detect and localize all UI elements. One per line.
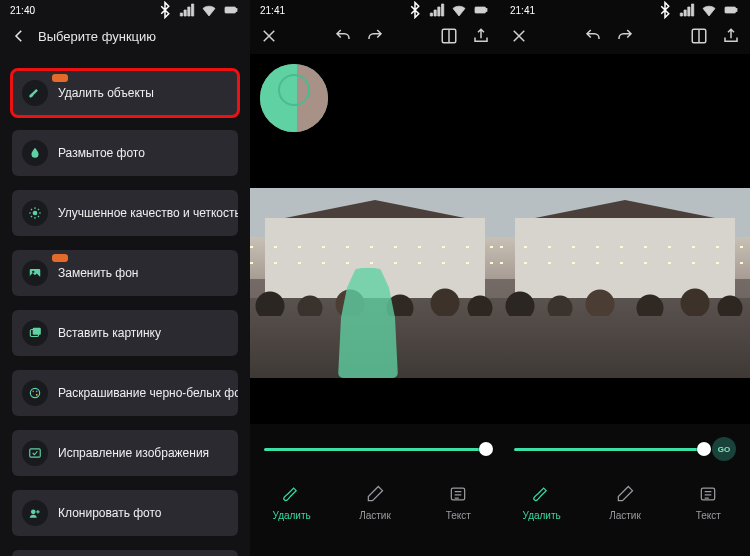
status-time: 21:41 xyxy=(510,5,535,16)
function-item-background[interactable]: Заменить фон xyxy=(12,250,238,296)
svg-point-7 xyxy=(30,388,39,397)
brush-size-slider[interactable] xyxy=(514,448,704,451)
status-bar: 21:40 xyxy=(0,0,250,18)
bluetooth-icon xyxy=(156,1,174,19)
svg-point-2 xyxy=(33,211,38,216)
function-select-panel: 21:40 Выберите функцию Удалить объектыРа… xyxy=(0,0,250,556)
repair-icon xyxy=(22,440,48,466)
text-icon xyxy=(448,484,468,506)
function-item-label: Размытое фото xyxy=(58,146,145,160)
status-time: 21:41 xyxy=(260,5,285,16)
function-item-brush[interactable]: Удалить объекты xyxy=(12,70,238,116)
undo-icon[interactable] xyxy=(334,27,352,45)
tool-label: Ластик xyxy=(359,510,391,521)
slider-thumb[interactable] xyxy=(479,442,493,456)
preview-area xyxy=(500,54,750,424)
tool-eraser[interactable]: Ластик xyxy=(597,484,653,521)
redo-icon[interactable] xyxy=(366,27,384,45)
signal-icon xyxy=(428,1,446,19)
function-item-label: Исправление изображения xyxy=(58,446,209,460)
slider-thumb[interactable] xyxy=(697,442,711,456)
svg-point-9 xyxy=(36,390,38,392)
go-button[interactable]: GO xyxy=(712,437,736,461)
function-item-insert[interactable]: Вставить картинку xyxy=(12,310,238,356)
status-icons xyxy=(406,1,490,19)
text-icon xyxy=(698,484,718,506)
tool-eraser[interactable]: Ластик xyxy=(347,484,403,521)
canvas[interactable] xyxy=(500,188,750,378)
function-menu: Удалить объектыРазмытое фотоУлучшенное к… xyxy=(0,54,250,556)
function-item-label: Удалить объекты xyxy=(58,86,154,100)
preview-area xyxy=(250,54,500,424)
status-bar: 21:41 xyxy=(250,0,500,18)
tool-text[interactable]: Текст xyxy=(430,484,486,521)
tool-tabs: УдалитьЛастикТекст xyxy=(500,474,750,534)
tool-label: Текст xyxy=(446,510,471,521)
status-bar: 21:41 xyxy=(500,0,750,18)
bluetooth-icon xyxy=(656,1,674,19)
tool-text[interactable]: Текст xyxy=(680,484,736,521)
brush-size-row xyxy=(250,424,500,474)
svg-point-10 xyxy=(36,394,38,396)
battery-icon xyxy=(722,1,740,19)
bluetooth-icon xyxy=(406,1,424,19)
compare-icon[interactable] xyxy=(690,27,708,45)
new-badge xyxy=(52,254,68,262)
svg-point-4 xyxy=(32,271,34,273)
undo-icon[interactable] xyxy=(584,27,602,45)
function-item-blur[interactable]: Размытое фото xyxy=(12,130,238,176)
colorize-icon xyxy=(22,380,48,406)
wifi-icon xyxy=(700,1,718,19)
redo-icon[interactable] xyxy=(616,27,634,45)
appbar: Выберите функцию xyxy=(0,18,250,54)
battery-icon xyxy=(472,1,490,19)
status-time: 21:40 xyxy=(10,5,35,16)
export-icon[interactable] xyxy=(472,27,490,45)
compare-icon[interactable] xyxy=(440,27,458,45)
export-icon[interactable] xyxy=(722,27,740,45)
svg-point-8 xyxy=(32,390,34,392)
signal-icon xyxy=(178,1,196,19)
status-icons xyxy=(156,1,240,19)
background-icon xyxy=(22,260,48,286)
function-item-label: Улучшенное качество и четкость xyxy=(58,206,238,220)
function-item-label: Раскрашивание черно-белых фотограф xyxy=(58,386,238,400)
tool-tabs: УдалитьЛастикТекст xyxy=(250,474,500,534)
function-item-repair[interactable]: Исправление изображения xyxy=(12,430,238,476)
back-icon[interactable] xyxy=(10,27,28,45)
brush-icon xyxy=(532,484,552,506)
blur-icon xyxy=(22,140,48,166)
editor-panel-masking: 21:41 УдалитьЛастикТекст xyxy=(250,0,500,556)
function-item-label: Вставить картинку xyxy=(58,326,161,340)
brush-icon xyxy=(22,80,48,106)
function-item-clone[interactable]: Клонировать фото xyxy=(12,490,238,536)
tool-label: Ластик xyxy=(609,510,641,521)
battery-icon xyxy=(222,1,240,19)
editor-toolbar xyxy=(500,18,750,54)
function-item-spot[interactable]: Средство для удаления пятен xyxy=(12,550,238,556)
brush-icon xyxy=(282,484,302,506)
close-icon[interactable] xyxy=(260,27,278,45)
svg-rect-6 xyxy=(33,328,41,335)
function-item-enhance[interactable]: Улучшенное качество и четкость xyxy=(12,190,238,236)
magnifier-preview xyxy=(260,64,328,132)
svg-point-12 xyxy=(31,510,36,515)
tool-brush[interactable]: Удалить xyxy=(264,484,320,521)
function-item-label: Заменить фон xyxy=(58,266,138,280)
svg-rect-0 xyxy=(225,7,236,13)
brush-size-row: GO xyxy=(500,424,750,474)
appbar-title: Выберите функцию xyxy=(38,29,156,44)
tool-label: Текст xyxy=(696,510,721,521)
editor-toolbar xyxy=(250,18,500,54)
tool-label: Удалить xyxy=(273,510,311,521)
function-item-colorize[interactable]: Раскрашивание черно-белых фотограф xyxy=(12,370,238,416)
canvas[interactable] xyxy=(250,188,500,378)
svg-rect-16 xyxy=(486,9,488,12)
eraser-icon xyxy=(365,484,385,506)
status-icons xyxy=(656,1,740,19)
function-item-label: Клонировать фото xyxy=(58,506,162,520)
brush-size-slider[interactable] xyxy=(264,448,486,451)
svg-rect-20 xyxy=(736,9,738,12)
tool-brush[interactable]: Удалить xyxy=(514,484,570,521)
close-icon[interactable] xyxy=(510,27,528,45)
